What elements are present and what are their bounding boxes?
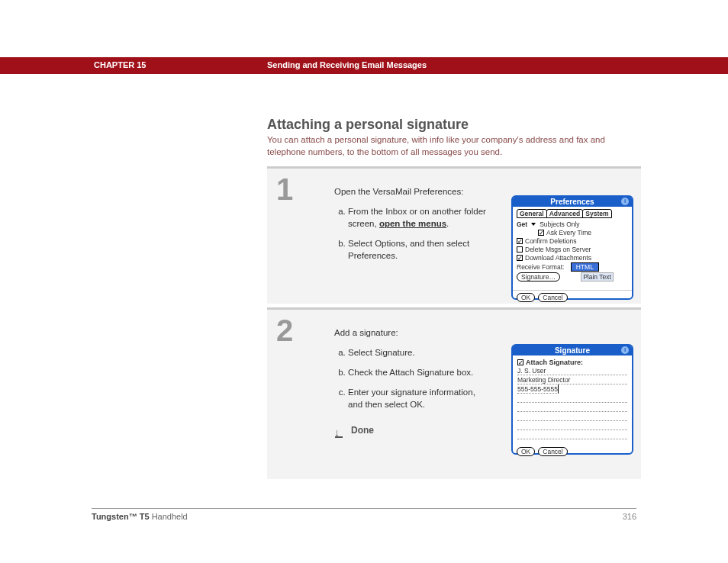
delete-checkbox[interactable]: [517, 246, 523, 253]
preferences-title: Preferences: [550, 198, 594, 206]
sig-line-4[interactable]: [517, 394, 627, 403]
attach-signature-label: Attach Signature:: [526, 359, 583, 366]
cancel-button[interactable]: Cancel: [538, 293, 567, 302]
sig-line-5[interactable]: [517, 403, 627, 412]
confirm-label: Confirm Deletions: [525, 237, 577, 245]
sig-line-1[interactable]: J. S. User: [517, 366, 627, 375]
sig-line-8[interactable]: [517, 430, 627, 439]
chapter-label: CHAPTER 15: [94, 60, 146, 69]
ask-checkbox[interactable]: [538, 230, 544, 236]
receive-format-label: Receive Format:: [517, 263, 564, 271]
open-menus-link[interactable]: open the menus: [379, 219, 446, 228]
done-arrow-icon: [334, 426, 345, 436]
section-intro: You can attach a personal signature, wit…: [267, 134, 626, 158]
subjects-only-option[interactable]: Subjects Only: [540, 220, 579, 228]
step-2a: Select Signature.: [348, 346, 487, 359]
signature-title: Signature: [555, 346, 590, 355]
step-1b: Select Options, and then select Preferen…: [348, 237, 487, 262]
dropdown-icon[interactable]: [531, 223, 536, 226]
page-footer: Tungsten™ T5 Handheld 316: [92, 508, 636, 521]
step-2b: Check the Attach Signature box.: [348, 366, 487, 378]
prefs-tabs: General Advanced System: [517, 209, 628, 218]
download-label: Download Attachments: [525, 254, 591, 262]
ask-label: Ask Every Time: [546, 229, 591, 236]
step-2c: Enter your signature information, and th…: [348, 386, 487, 410]
step-2-box: 2 Add a signature: Select Signature. Che…: [267, 307, 641, 479]
step-1-number: 1: [276, 172, 293, 207]
step-2-text: Add a signature: Select Signature. Check…: [334, 327, 487, 437]
attach-signature-checkbox[interactable]: [517, 359, 523, 365]
download-checkbox[interactable]: [517, 255, 523, 261]
sig-line-2[interactable]: Marketing Director: [517, 375, 627, 384]
page-number: 316: [623, 512, 636, 521]
ok-button[interactable]: OK: [517, 447, 535, 456]
product-name: Tungsten™ T5 Handheld: [92, 512, 188, 521]
tab-advanced[interactable]: Advanced: [546, 209, 584, 218]
step-1-lead: Open the VersaMail Preferences:: [334, 185, 487, 198]
chapter-title: Sending and Receiving Email Messages: [267, 60, 427, 69]
chapter-header-bar: CHAPTER 15 Sending and Receiving Email M…: [0, 57, 728, 74]
section-heading: Attaching a personal signature: [267, 117, 469, 133]
preferences-titlebar: Preferences i: [513, 197, 632, 207]
step-2-number: 2: [276, 314, 293, 348]
step-1-box: 1 Open the VersaMail Preferences: From t…: [267, 166, 641, 304]
done-row: Done: [334, 424, 487, 437]
confirm-checkbox[interactable]: [517, 238, 523, 244]
ok-button[interactable]: OK: [517, 293, 535, 302]
preferences-screenshot: Preferences i General Advanced System Ge…: [511, 195, 633, 300]
tab-general[interactable]: General: [517, 209, 547, 218]
sig-line-3[interactable]: 555-555-5555: [517, 384, 559, 394]
info-icon[interactable]: i: [621, 198, 629, 205]
signature-button[interactable]: Signature…: [517, 272, 560, 282]
sig-line-6[interactable]: [517, 412, 627, 421]
signature-titlebar: Signature i: [513, 346, 632, 355]
step-2-lead: Add a signature:: [334, 327, 487, 339]
step-1a-post: .: [446, 219, 449, 228]
signature-screenshot: Signature i Attach Signature: J. S. User…: [511, 344, 633, 455]
info-icon[interactable]: i: [621, 346, 629, 354]
sig-line-7[interactable]: [517, 421, 627, 430]
done-label: Done: [351, 424, 374, 437]
html-option[interactable]: HTML: [571, 262, 599, 272]
step-1-text: Open the VersaMail Preferences: From the…: [334, 185, 487, 269]
tab-system[interactable]: System: [582, 209, 611, 218]
get-label: Get: [517, 220, 527, 228]
delete-label: Delete Msgs on Server: [525, 246, 591, 253]
cancel-button[interactable]: Cancel: [538, 447, 567, 456]
step-1a: From the Inbox or on another folder scre…: [348, 205, 487, 230]
plaintext-option[interactable]: Plain Text: [581, 272, 614, 282]
